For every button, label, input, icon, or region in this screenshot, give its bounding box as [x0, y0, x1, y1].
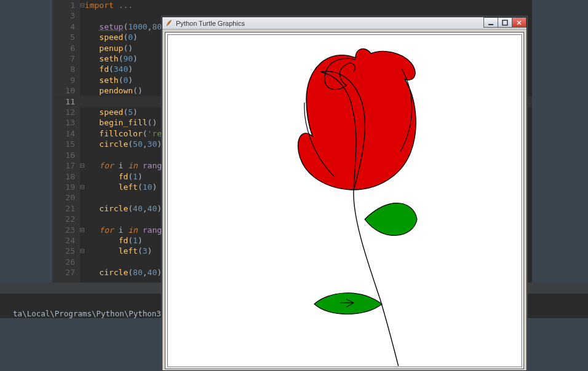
line-number: 24	[52, 235, 75, 246]
line-number: 5	[52, 32, 75, 42]
line-number: 14	[52, 128, 75, 139]
line-number: 19	[52, 182, 75, 192]
line-number: 21	[52, 203, 75, 214]
window-title: Python Turtle Graphics	[176, 20, 245, 27]
line-number: 10	[52, 85, 75, 96]
line-number: 9	[52, 75, 75, 85]
minimize-button[interactable]	[483, 17, 498, 28]
line-number: 23	[52, 225, 75, 235]
close-button[interactable]	[512, 17, 526, 28]
line-number: 16	[52, 150, 75, 160]
minimize-icon	[488, 20, 494, 26]
line-number: 7	[52, 53, 75, 64]
close-icon	[516, 20, 522, 26]
window-controls	[484, 17, 526, 28]
line-number: 15	[52, 139, 75, 149]
turtle-drawing	[168, 35, 522, 367]
turtle-graphics-window[interactable]: Python Turtle Graphics	[162, 17, 527, 371]
maximize-button[interactable]	[498, 17, 512, 28]
line-number: 18	[52, 171, 75, 182]
maximize-icon	[502, 20, 508, 26]
line-number: 26	[52, 257, 75, 267]
line-number: 12	[52, 107, 75, 117]
line-number: 8	[52, 64, 75, 74]
line-number: 17	[52, 160, 75, 171]
line-number: 11	[52, 96, 75, 107]
line-number: 27	[52, 267, 75, 278]
line-number: 22	[52, 214, 75, 224]
code-line[interactable]: ⊟import ...	[80, 0, 532, 10]
line-number: 1	[52, 0, 75, 10]
turtle-canvas-frame	[165, 32, 524, 369]
line-gutter: 1345678910111213141516171819202122232425…	[52, 0, 80, 283]
line-number: 13	[52, 117, 75, 128]
line-number: 3	[52, 10, 75, 21]
line-number: 25	[52, 246, 75, 256]
line-number: 20	[52, 192, 75, 203]
svg-rect-1	[503, 20, 507, 25]
line-number: 4	[52, 21, 75, 32]
line-number: 6	[52, 43, 75, 53]
window-titlebar[interactable]: Python Turtle Graphics	[162, 17, 526, 29]
svg-rect-0	[488, 24, 493, 25]
python-feather-icon	[165, 19, 173, 28]
